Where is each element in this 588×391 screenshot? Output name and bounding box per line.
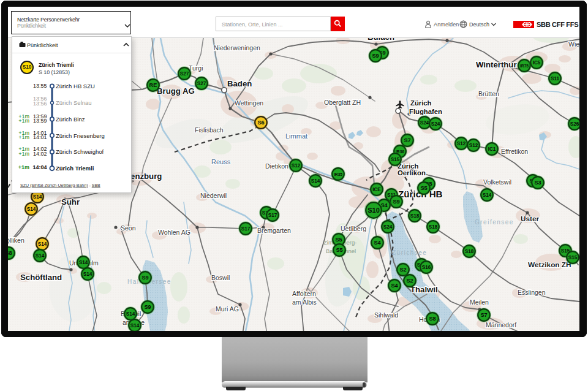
svg-text:Bremgarten: Bremgarten bbox=[257, 227, 291, 234]
svg-text:Thalwil: Thalwil bbox=[410, 285, 438, 294]
svg-text:Schöftland: Schöftland bbox=[20, 273, 62, 282]
svg-text:Uster: Uster bbox=[521, 214, 540, 223]
svg-text:Fislisbach: Fislisbach bbox=[195, 126, 224, 134]
svg-text:Oerlikon: Oerlikon bbox=[398, 169, 426, 177]
svg-text:S14: S14 bbox=[130, 323, 140, 328]
svg-text:S15: S15 bbox=[391, 157, 400, 162]
svg-text:Uetliberg: Uetliberg bbox=[341, 225, 366, 232]
svg-text:am Albis: am Albis bbox=[292, 298, 317, 306]
svg-text:S3: S3 bbox=[534, 180, 541, 186]
svg-text:S9: S9 bbox=[393, 199, 399, 205]
svg-text:Affoltern: Affoltern bbox=[292, 290, 316, 297]
svg-text:S18: S18 bbox=[429, 224, 438, 230]
svg-text:Kölliken: Kölliken bbox=[8, 237, 24, 244]
svg-text:Wetzikon ZH: Wetzikon ZH bbox=[528, 260, 571, 269]
svg-text:Wies: Wies bbox=[568, 40, 579, 48]
svg-text:Greifensee: Greifensee bbox=[475, 219, 514, 226]
svg-text:IR75: IR75 bbox=[520, 64, 529, 68]
svg-text:S5: S5 bbox=[335, 237, 342, 243]
svg-text:S4: S4 bbox=[374, 240, 381, 246]
svg-text:Baden: Baden bbox=[227, 79, 252, 88]
svg-text:S17: S17 bbox=[268, 213, 277, 218]
svg-text:S12: S12 bbox=[469, 143, 478, 148]
svg-text:Brugg AG: Brugg AG bbox=[157, 86, 195, 96]
svg-text:Reuss: Reuss bbox=[211, 158, 231, 165]
svg-text:Limmat: Limmat bbox=[285, 132, 307, 140]
svg-text:S10: S10 bbox=[368, 207, 380, 214]
svg-text:S24: S24 bbox=[383, 224, 393, 230]
svg-text:S6: S6 bbox=[257, 120, 264, 126]
svg-text:S7: S7 bbox=[404, 137, 410, 143]
svg-text:Zürichsee: Zürichsee bbox=[392, 249, 427, 256]
svg-text:Männedorf: Männedorf bbox=[486, 321, 516, 328]
svg-text:Wettingen: Wettingen bbox=[235, 99, 263, 107]
svg-text:S9: S9 bbox=[372, 53, 379, 59]
svg-text:S12: S12 bbox=[292, 163, 301, 169]
svg-text:Niederwil: Niederwil bbox=[200, 192, 227, 199]
svg-text:IR35: IR35 bbox=[334, 172, 342, 177]
svg-text:Sihlwald: Sihlwald bbox=[374, 311, 398, 319]
svg-text:S14: S14 bbox=[79, 260, 88, 265]
svg-text:Flughafen: Flughafen bbox=[409, 108, 442, 115]
svg-text:S8: S8 bbox=[8, 250, 12, 256]
svg-text:Niederweningen: Niederweningen bbox=[214, 44, 260, 51]
svg-text:S26: S26 bbox=[570, 121, 579, 127]
svg-text:Winterthur: Winterthur bbox=[476, 60, 517, 69]
svg-text:S2: S2 bbox=[399, 267, 406, 273]
svg-text:Oberglatt ZH: Oberglatt ZH bbox=[324, 99, 361, 106]
svg-text:S14: S14 bbox=[483, 192, 492, 198]
svg-text:S11: S11 bbox=[551, 76, 560, 82]
svg-text:S14: S14 bbox=[83, 271, 92, 277]
svg-text:S9: S9 bbox=[144, 304, 151, 310]
svg-text:Volketswil: Volketswil bbox=[483, 178, 511, 186]
svg-text:Suhr: Suhr bbox=[61, 197, 80, 207]
svg-text:S12: S12 bbox=[457, 141, 466, 146]
svg-text:Wohlen AG: Wohlen AG bbox=[158, 229, 190, 236]
svg-text:S15: S15 bbox=[568, 255, 578, 260]
svg-text:S14: S14 bbox=[36, 253, 45, 259]
svg-text:S27: S27 bbox=[197, 81, 206, 86]
svg-text:S17: S17 bbox=[241, 226, 251, 232]
svg-text:S24: S24 bbox=[431, 121, 440, 127]
svg-text:S5: S5 bbox=[420, 185, 427, 191]
svg-text:IC5: IC5 bbox=[533, 60, 541, 66]
svg-text:Muri AG: Muri AG bbox=[216, 305, 239, 313]
svg-text:S9: S9 bbox=[141, 275, 148, 281]
svg-text:Bülach: Bülach bbox=[368, 38, 394, 42]
svg-text:S14: S14 bbox=[27, 207, 36, 212]
svg-text:S18: S18 bbox=[465, 249, 474, 254]
svg-text:Dietikon: Dietikon bbox=[265, 162, 288, 170]
svg-text:S18: S18 bbox=[410, 213, 420, 219]
svg-text:RE: RE bbox=[149, 82, 157, 88]
svg-text:S8: S8 bbox=[429, 316, 435, 322]
svg-text:Meilen: Meilen bbox=[470, 298, 489, 306]
svg-text:Boswil: Boswil bbox=[211, 274, 230, 281]
svg-text:S5: S5 bbox=[336, 247, 342, 253]
svg-text:S14: S14 bbox=[311, 178, 320, 184]
svg-text:S14: S14 bbox=[126, 311, 135, 317]
svg-text:Brütten: Brütten bbox=[478, 90, 499, 97]
svg-text:S16: S16 bbox=[422, 265, 431, 270]
svg-text:S7: S7 bbox=[480, 312, 487, 318]
svg-text:S14: S14 bbox=[38, 241, 47, 247]
svg-text:Effretikon: Effretikon bbox=[501, 148, 528, 155]
svg-text:IC1: IC1 bbox=[488, 146, 496, 152]
svg-text:Zürich: Zürich bbox=[410, 99, 432, 107]
svg-text:S27: S27 bbox=[180, 71, 189, 77]
svg-text:Seon: Seon bbox=[121, 224, 136, 232]
svg-text:S4: S4 bbox=[391, 283, 398, 289]
svg-text:S2: S2 bbox=[406, 278, 413, 284]
svg-text:S14: S14 bbox=[33, 194, 42, 200]
svg-text:S24: S24 bbox=[420, 120, 429, 126]
svg-text:ICE: ICE bbox=[372, 187, 381, 192]
svg-text:Esslingen: Esslingen bbox=[518, 289, 546, 296]
